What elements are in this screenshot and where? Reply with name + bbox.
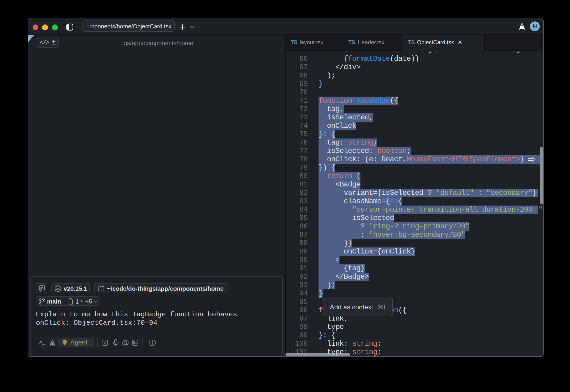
svg-text:JS: JS <box>56 287 60 291</box>
